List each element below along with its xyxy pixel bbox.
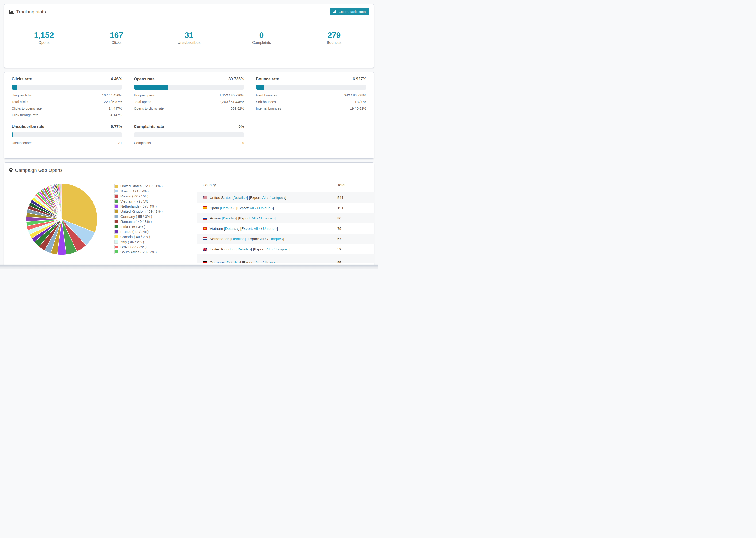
geo-opens-pie-chart [25,183,98,256]
stat-row: Total clicks220 / 5.87% [12,100,122,107]
dotted-leader [278,102,353,102]
legend-item-india[interactable]: India ( 46 / 3% ) [114,225,163,229]
summary-complaints: 0 Complaints [225,23,298,53]
legend-swatch [114,220,118,224]
country-cell: Germany [Details ›] [Export: All › / Uni… [203,254,337,263]
export-basic-stats-button[interactable]: Export basic stats [330,8,369,16]
tracking-stats-card: Tracking stats Export basic stats 1,152 … [4,4,374,68]
export-all-link[interactable]: All › [251,216,258,220]
details-link[interactable]: Details › [227,260,240,263]
stat-row-value: 0 [242,141,244,145]
export-unique-link[interactable]: Unique › [272,195,286,199]
details-link[interactable]: Details › [238,247,251,251]
clicks-rate-panel: Clicks rate4.46% Unique clicks167 / 4.45… [12,77,122,120]
details-link[interactable]: Details › [221,206,234,210]
legend-label: United Kingdom ( 59 / 3% ) [121,209,163,213]
legend-label: Spain ( 121 / 7% ) [121,189,149,193]
legend-label: Italy ( 36 / 2% ) [121,240,144,244]
stat-row: Unique opens1,152 / 30.736% [134,93,244,100]
clicks-rate-value: 4.46% [111,77,122,81]
country-links: Spain [Details ›] [Export: All › / Uniqu… [210,206,274,210]
legend-item-south-africa[interactable]: South Africa ( 29 / 2% ) [114,250,163,254]
legend-swatch [114,215,118,218]
stat-row-label: Clicks to opens rate [12,107,41,110]
legend-item-russia[interactable]: Russia ( 86 / 5% ) [114,194,163,198]
stat-row-label: Soft bounces [256,100,276,104]
stat-row-label: Click through rate [12,113,38,117]
legend-item-brazil[interactable]: Brazil ( 33 / 2% ) [114,245,163,249]
stat-row: Internal bounces19 / 6.81% [256,107,366,113]
details-link[interactable]: Details › [225,227,238,231]
export-all-link[interactable]: All › [254,227,260,231]
country-cell: Russia [Details ›] [Export: All › / Uniq… [203,216,337,220]
summary-clicks: 167 Clicks [80,23,153,53]
stat-row-label: Unsubscribes [12,141,32,145]
details-link[interactable]: Details › [234,195,247,199]
geo-table-row-de: Germany [Details ›] [Export: All › / Uni… [196,254,375,263]
summary-opens: 1,152 Opens [8,23,80,53]
legend-item-italy[interactable]: Italy ( 36 / 2% ) [114,240,163,244]
stat-row-label: Unique clicks [12,93,32,97]
legend-swatch [114,204,118,208]
export-all-link[interactable]: All › [262,195,269,199]
dotted-leader [153,102,218,102]
legend-swatch [114,199,118,203]
country-cell: United Kingdom [Details ›] [Export: All … [203,247,337,251]
stat-row-value: 19 / 6.81% [350,107,366,110]
stat-row: Hard bounces242 / 86.738% [256,93,366,100]
export-unique-link[interactable]: Unique › [265,260,279,263]
bar-chart-icon [9,10,14,14]
details-link[interactable]: Details › [223,216,236,220]
legend-swatch [114,235,118,239]
unsubscribe-rate-title: Unsubscribe rate [12,125,44,129]
export-all-link[interactable]: All › [260,237,266,241]
legend-item-united-kingdom[interactable]: United Kingdom ( 59 / 3% ) [114,209,163,213]
unsubscribes-label: Unsubscribes [153,41,225,45]
legend-swatch [114,245,118,249]
export-all-link[interactable]: All › [255,260,262,263]
stat-row-label: Hard bounces [256,93,277,97]
opens-rate-bar [134,85,244,90]
rates-row-1: Clicks rate4.46% Unique clicks167 / 4.45… [12,77,366,120]
complaints-rate-bar [134,133,244,137]
complaints-count: 0 [225,30,298,40]
legend-label: India ( 46 / 3% ) [121,225,145,229]
flag-uk-icon [203,248,207,251]
legend-label: Russia ( 86 / 5% ) [121,194,148,198]
flag-de-icon [203,261,207,263]
geo-title: Campaign Geo Opens [15,168,63,173]
stat-row: Clicks to opens rate14.497% [12,107,122,113]
export-unique-link[interactable]: Unique › [276,247,290,251]
total-cell: 541 [337,195,375,200]
details-link[interactable]: Details › [231,237,244,241]
total-column-header: Total [337,183,375,187]
summary-unsubscribes: 31 Unsubscribes [153,23,225,53]
legend-item-vietnam[interactable]: Vietnam ( 79 / 5% ) [114,199,163,203]
legend-item-romania[interactable]: Romania ( 49 / 3% ) [114,219,163,224]
export-unique-link[interactable]: Unique › [259,206,273,210]
country-links: Russia [Details ›] [Export: All › / Uniq… [210,216,276,220]
legend-item-canada[interactable]: Canada ( 40 / 2% ) [114,235,163,239]
export-unique-link[interactable]: Unique › [263,227,277,231]
stat-row: Click through rate4.147% [12,113,122,120]
legend-item-france[interactable]: France ( 42 / 2% ) [114,230,163,234]
stat-row: Unsubscribes31 [12,141,122,148]
country-column-header: Country [203,183,337,187]
export-all-link[interactable]: All › [250,206,256,210]
country-links: Netherlands [Details ›] [Export: All › /… [210,237,284,241]
dotted-leader [34,143,117,143]
dotted-leader [30,102,102,102]
stat-row-value: 31 [118,141,122,145]
legend-item-spain[interactable]: Spain ( 121 / 7% ) [114,189,163,193]
export-all-link[interactable]: All › [266,247,273,251]
campaign-geo-opens-card: Campaign Geo Opens United States ( 541 /… [4,162,374,269]
opens-count: 1,152 [8,30,80,40]
legend-item-united-states[interactable]: United States ( 541 / 31% ) [114,184,163,188]
export-unique-link[interactable]: Unique › [261,216,275,220]
legend-item-netherlands[interactable]: Netherlands ( 67 / 4% ) [114,204,163,208]
opens-rate-panel: Opens rate30.736% Unique opens1,152 / 30… [134,77,244,120]
geo-table-row-vn: Vietnam [Details ›] [Export: All › / Uni… [196,224,375,234]
export-unique-link[interactable]: Unique › [269,237,283,241]
legend-item-germany[interactable]: Germany ( 55 / 3% ) [114,215,163,219]
total-cell: 86 [337,216,375,220]
